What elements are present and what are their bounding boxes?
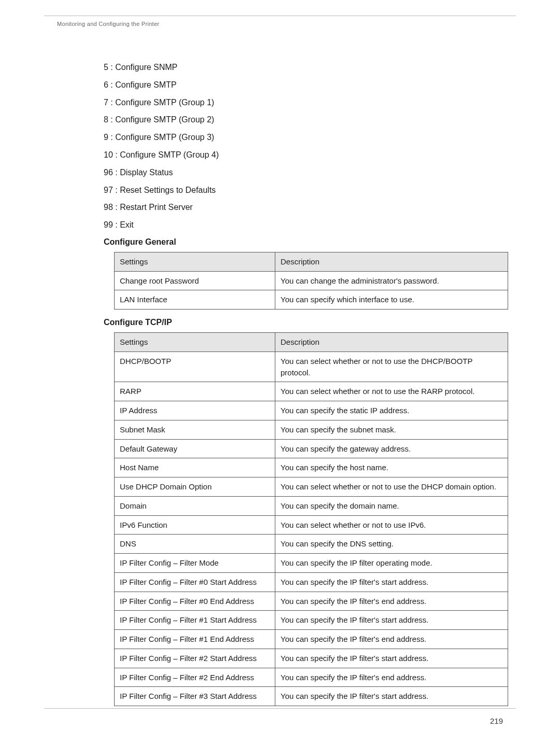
table-header: Description: [275, 333, 508, 352]
setting-desc: You can specify the gateway address.: [275, 439, 508, 458]
setting-name: RARP: [115, 382, 275, 401]
page-header: Monitoring and Configuring the Printer: [57, 21, 159, 27]
table-row: IP Filter Config – Filter #1 End Address…: [115, 630, 508, 649]
setting-name: IP Filter Config – Filter #2 End Address: [115, 668, 275, 687]
menu-item: 9 : Configure SMTP (Group 3): [104, 132, 503, 143]
setting-desc: You can specify the IP filter operating …: [275, 554, 508, 573]
menu-item: 6 : Configure SMTP: [104, 80, 503, 91]
setting-name: Domain: [115, 496, 275, 515]
setting-name: IP Filter Config – Filter Mode: [115, 554, 275, 573]
table-row: IP Filter Config – Filter ModeYou can sp…: [115, 554, 508, 573]
setting-name: IP Filter Config – Filter #3 Start Addre…: [115, 687, 275, 706]
setting-desc: You can change the administrator's passw…: [275, 271, 508, 290]
setting-name: IP Filter Config – Filter #0 Start Addre…: [115, 572, 275, 592]
setting-desc: You can specify the IP filter's start ad…: [275, 649, 508, 668]
configure-general-table: Settings Description Change root Passwor…: [114, 252, 508, 310]
table-row: DomainYou can specify the domain name.: [115, 496, 508, 515]
setting-desc: You can specify the DNS setting.: [275, 535, 508, 554]
table-row: DHCP/BOOTPYou can select whether or not …: [115, 352, 508, 382]
table-header: Settings: [115, 252, 275, 271]
setting-desc: You can specify the subnet mask.: [275, 420, 508, 439]
table-row: IP AddressYou can specify the static IP …: [115, 401, 508, 420]
table-row: IPv6 FunctionYou can select whether or n…: [115, 515, 508, 535]
setting-desc: You can select whether or not to use IPv…: [275, 515, 508, 535]
setting-desc: You can specify the IP filter's start ad…: [275, 572, 508, 592]
setting-desc: You can select whether or not to use the…: [275, 382, 508, 401]
table-row: LAN Interface You can specify which inte…: [115, 290, 508, 310]
table-row: IP Filter Config – Filter #2 Start Addre…: [115, 649, 508, 668]
menu-item: 96 : Display Status: [104, 167, 503, 178]
menu-item: 8 : Configure SMTP (Group 2): [104, 115, 503, 125]
setting-name: IPv6 Function: [115, 515, 275, 535]
menu-item: 99 : Exit: [104, 220, 503, 231]
setting-desc: You can specify which interface to use.: [275, 290, 508, 310]
menu-item: 5 : Configure SNMP: [104, 62, 503, 73]
table-row: IP Filter Config – Filter #0 End Address…: [115, 592, 508, 611]
setting-name: Change root Password: [115, 271, 275, 290]
setting-name: Host Name: [115, 458, 275, 477]
setting-name: IP Filter Config – Filter #1 Start Addre…: [115, 611, 275, 630]
setting-name: DNS: [115, 535, 275, 554]
menu-item: 7 : Configure SMTP (Group 1): [104, 97, 503, 108]
menu-item: 10 : Configure SMTP (Group 4): [104, 150, 503, 161]
page-number: 219: [490, 716, 503, 725]
setting-desc: You can specify the IP filter's start ad…: [275, 687, 508, 706]
table-row: Default GatewayYou can specify the gatew…: [115, 439, 508, 458]
table-row: Use DHCP Domain OptionYou can select whe…: [115, 477, 508, 497]
setting-desc: You can specify the IP filter's end addr…: [275, 592, 508, 611]
configure-tcpip-table: Settings Description DHCP/BOOTPYou can s…: [114, 332, 508, 706]
setting-desc: You can select whether or not to use the…: [275, 477, 508, 497]
setting-name: IP Filter Config – Filter #0 End Address: [115, 592, 275, 611]
menu-item: 97 : Reset Settings to Defaults: [104, 185, 503, 196]
table-row: Subnet MaskYou can specify the subnet ma…: [115, 420, 508, 439]
setting-desc: You can specify the host name.: [275, 458, 508, 477]
table-row: RARPYou can select whether or not to use…: [115, 382, 508, 401]
menu-item: 98 : Restart Print Server: [104, 202, 503, 213]
table-row: IP Filter Config – Filter #2 End Address…: [115, 668, 508, 687]
table-row: IP Filter Config – Filter #0 Start Addre…: [115, 572, 508, 592]
table-row: IP Filter Config – Filter #1 Start Addre…: [115, 611, 508, 630]
setting-name: Default Gateway: [115, 439, 275, 458]
setting-name: LAN Interface: [115, 290, 275, 310]
setting-desc: You can specify the IP filter's end addr…: [275, 668, 508, 687]
table-row: IP Filter Config – Filter #3 Start Addre…: [115, 687, 508, 706]
setting-name: IP Filter Config – Filter #1 End Address: [115, 630, 275, 649]
section-heading-general: Configure General: [104, 237, 503, 247]
table-row: DNSYou can specify the DNS setting.: [115, 535, 508, 554]
setting-desc: You can select whether or not to use the…: [275, 352, 508, 382]
setting-name: IP Filter Config – Filter #2 Start Addre…: [115, 649, 275, 668]
setting-name: DHCP/BOOTP: [115, 352, 275, 382]
main-content: 5 : Configure SNMP 6 : Configure SMTP 7 …: [0, 0, 560, 706]
setting-desc: You can specify the domain name.: [275, 496, 508, 515]
table-row: Change root Password You can change the …: [115, 271, 508, 290]
setting-name: IP Address: [115, 401, 275, 420]
setting-desc: You can specify the static IP address.: [275, 401, 508, 420]
setting-name: Use DHCP Domain Option: [115, 477, 275, 497]
section-heading-tcpip: Configure TCP/IP: [104, 318, 503, 327]
table-header: Description: [275, 252, 508, 271]
setting-name: Subnet Mask: [115, 420, 275, 439]
table-header: Settings: [115, 333, 275, 352]
table-row: Host NameYou can specify the host name.: [115, 458, 508, 477]
setting-desc: You can specify the IP filter's end addr…: [275, 630, 508, 649]
setting-desc: You can specify the IP filter's start ad…: [275, 611, 508, 630]
